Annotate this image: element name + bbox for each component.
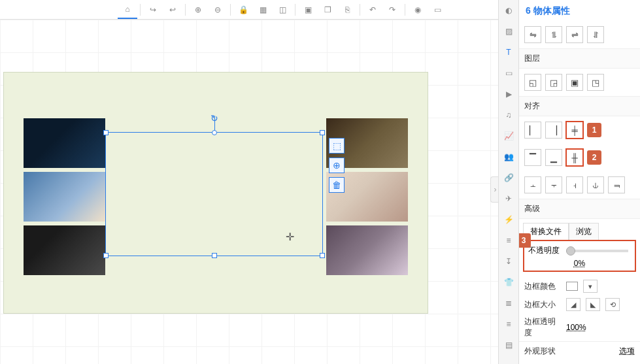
vt-layers-button[interactable]: ≣ [499,293,518,314]
selection-add-button[interactable]: ⊕ [329,157,345,173]
vt-chart-button[interactable]: 📈 [499,125,518,146]
zoom-out-button[interactable]: ⊖ [208,1,227,19]
handle-top-mid[interactable] [212,130,217,135]
opacity-value[interactable]: 0% [528,256,631,268]
distribute-2-button[interactable]: ⫟ [545,176,562,193]
zoom-in-button[interactable]: ⊕ [188,1,208,19]
selection-delete-button[interactable]: 🗑 [329,177,345,193]
align-middle-button[interactable]: ╫ [566,149,583,166]
distribute-5-button[interactable]: ⫬ [608,176,625,193]
border-color-dropdown[interactable]: ▾ [583,280,598,293]
border-color-swatch[interactable] [566,282,578,291]
crosshair-icon: ✛ [286,231,294,243]
distribute-3-button[interactable]: ⫞ [566,176,583,193]
image-right-3[interactable] [326,225,408,275]
align-center-button[interactable]: ╪ [566,122,583,139]
redo-button[interactable]: ↷ [382,1,402,19]
screen-button[interactable]: ▭ [428,1,447,19]
opacity-slider-thumb[interactable] [566,246,575,256]
flip-h-button[interactable]: ⇋ [524,26,541,43]
tab-browse[interactable]: 浏览 [569,223,599,240]
vt-rect-button[interactable]: ▭ [499,63,518,84]
layer-row: ◱ ◲ ▣ ◳ [519,69,640,96]
divider [140,4,141,16]
border-size-inc[interactable]: ◣ [586,298,600,311]
vt-people-button[interactable]: 👥 [499,146,518,167]
vt-form-button[interactable]: ≡ [499,230,518,251]
paste-button[interactable]: ⎘ [337,1,357,19]
redo-arrow-button[interactable]: ↪ [143,1,163,19]
image-left-2[interactable] [24,172,105,222]
border-opacity-label: 边框透明度 [524,316,561,339]
distribute-1-button[interactable]: ⫠ [524,176,541,193]
divider [185,4,186,16]
image-left-3[interactable] [24,225,105,275]
marker-3: 3 [519,233,531,248]
image-left-1[interactable] [24,118,105,168]
vt-flash-button[interactable]: ⚡ [499,209,518,230]
selection-box[interactable]: ↻ ✛ ⬚ ⊕ 🗑 [105,132,323,256]
canvas-area[interactable]: ↻ ✛ ⬚ ⊕ 🗑 [0,20,498,364]
border-opacity-value[interactable]: 100% [566,323,586,332]
vt-archive-button[interactable]: ▤ [499,335,518,356]
opacity-box: 3 不透明度 0% [523,240,636,272]
vt-shirt-button[interactable]: 👕 [499,272,518,293]
layer-backward-button[interactable]: ◳ [587,74,604,91]
border-size-label: 边框大小 [524,299,561,310]
align-row-1: ▏ ▕ ╪ 1 [519,116,640,144]
selection-select-button[interactable]: ⬚ [329,138,345,154]
vt-plane-button[interactable]: ✈ [499,188,518,209]
distribute-row: ⫠ ⫟ ⫞ ⫝ ⫬ [519,171,640,199]
handle-top-left[interactable] [103,130,109,135]
flip-v2-button[interactable]: ⥯ [587,26,604,43]
appearance-label: 外观形状 [524,346,561,357]
border-size-dec[interactable]: ◢ [566,298,581,311]
opacity-slider[interactable] [566,250,628,252]
vt-text-button[interactable]: T [499,42,518,63]
undo-arrow-button[interactable]: ↩ [163,1,182,19]
vt-color-button[interactable]: ◐ [499,0,518,21]
distribute-4-button[interactable]: ⫝ [587,176,604,193]
handle-bottom-right[interactable] [320,253,325,258]
advanced-tabs: 替换文件 浏览 [519,219,640,240]
undo-button[interactable]: ↶ [363,1,382,19]
panel-title: 6 物体属性 [519,0,640,21]
border-color-label: 边框颜色 [524,281,561,292]
align-bottom-button[interactable]: ▁ [545,149,562,166]
vt-image-button[interactable]: ▨ [499,21,518,42]
align-top-button[interactable]: ▔ [524,149,541,166]
advanced-section-title: 高级 [519,199,640,219]
copy-button[interactable]: ❐ [318,1,337,19]
vt-music-button[interactable]: ♫ [499,105,518,125]
camera-button[interactable]: ◉ [408,1,428,19]
align-right-button[interactable]: ▕ [545,122,562,139]
vt-play-button[interactable]: ▶ [499,84,518,105]
divider [230,4,231,16]
layout-button[interactable]: ◫ [273,1,292,19]
border-size-row: 边框大小 ◢ ◣ ⟲ [519,295,640,314]
canvas-page[interactable]: ↻ ✛ ⬚ ⊕ 🗑 [3,72,428,314]
handle-top-right[interactable] [320,130,325,135]
border-size-reset[interactable]: ⟲ [605,298,620,311]
layer-back-button[interactable]: ◲ [545,74,562,91]
flip-v-button[interactable]: ⥮ [545,26,562,43]
lock-button[interactable]: 🔒 [233,1,253,19]
rotate-handle[interactable]: ↻ [211,113,218,124]
grid-button[interactable]: ▦ [253,1,273,19]
align-left-button[interactable]: ▏ [524,122,541,139]
align-row-2: ▔ ▁ ╫ 2 [519,144,640,171]
layer-front-button[interactable]: ◱ [524,74,541,91]
vertical-toolbar: ◐ ▨ T ▭ ▶ ♫ 📈 👥 🔗 ✈ ⚡ ≡ ↧ 👕 ≣ ≡ ▤ [498,0,519,364]
divider [405,4,405,16]
flip-h2-button[interactable]: ⇌ [566,26,583,43]
border-opacity-row: 边框透明度 100% [519,314,640,341]
options-link[interactable]: 选项 [619,346,635,357]
vt-stacks-button[interactable]: ≡ [499,314,518,335]
handle-bottom-left[interactable] [103,253,109,258]
handle-bottom-mid[interactable] [212,253,217,258]
home-button[interactable]: ⌂ [118,1,137,19]
vt-link-button[interactable]: 🔗 [499,167,518,188]
layer-forward-button[interactable]: ▣ [566,74,583,91]
vt-export-button[interactable]: ↧ [499,251,518,272]
stack-button[interactable]: ▣ [298,1,318,19]
